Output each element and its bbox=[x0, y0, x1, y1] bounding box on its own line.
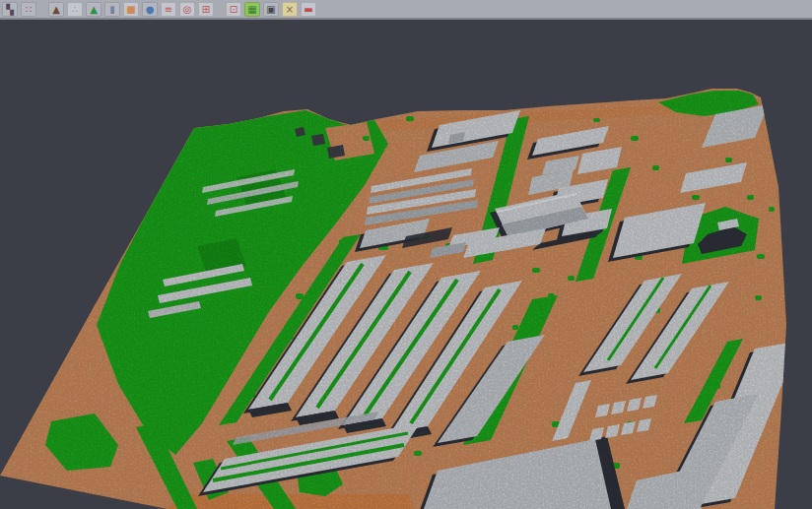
dem-icon[interactable]: ▲ bbox=[86, 2, 102, 17]
point-cloud-icon-glyph: ∷ bbox=[22, 4, 35, 16]
orthomosaic-icon[interactable]: ■ bbox=[123, 2, 139, 17]
profile-view-icon-glyph: ▮ bbox=[105, 4, 119, 16]
measure-icon-glyph: ▬ bbox=[302, 4, 315, 16]
terrain-model-icon-glyph: ▲ bbox=[49, 4, 63, 16]
bounding-region-icon-glyph: ⊞ bbox=[199, 4, 213, 16]
sparse-cloud-icon-glyph: ∴ bbox=[68, 4, 82, 16]
delete-selection-icon[interactable]: × bbox=[282, 2, 298, 17]
dem-icon-glyph: ▲ bbox=[87, 4, 101, 16]
selection-box-icon-glyph: ⊡ bbox=[227, 4, 240, 16]
point-cloud-icon[interactable]: ∷ bbox=[21, 2, 36, 17]
globe-icon[interactable]: ● bbox=[142, 2, 158, 17]
layers-icon-glyph: ≡ bbox=[162, 4, 175, 16]
region-target-icon-glyph: ◎ bbox=[180, 4, 194, 16]
main-toolbar: ▚∷▲∴▲▮■●≡◎⊞⊡▦▣×▬ bbox=[0, 0, 812, 20]
viewport-3d[interactable] bbox=[0, 20, 812, 509]
orthomosaic-icon-glyph: ■ bbox=[124, 4, 138, 16]
classification-palette-icon-glyph: ▚ bbox=[3, 4, 17, 16]
profile-view-icon[interactable]: ▮ bbox=[104, 2, 120, 17]
point-cloud-scene bbox=[0, 20, 812, 509]
classification-palette-icon[interactable]: ▚ bbox=[2, 2, 18, 17]
classified-colors-icon[interactable]: ▦ bbox=[244, 2, 260, 17]
application-window: ▚∷▲∴▲▮■●≡◎⊞⊡▦▣×▬ bbox=[0, 0, 812, 509]
delete-selection-icon-glyph: × bbox=[283, 4, 297, 16]
terrain-model-icon[interactable]: ▲ bbox=[48, 2, 64, 17]
camera-views-icon[interactable]: ▣ bbox=[263, 2, 279, 17]
selection-box-icon[interactable]: ⊡ bbox=[226, 2, 241, 17]
globe-icon-glyph: ● bbox=[143, 4, 157, 16]
measure-icon[interactable]: ▬ bbox=[301, 2, 316, 17]
layers-icon[interactable]: ≡ bbox=[161, 2, 176, 17]
classified-colors-icon-glyph: ▦ bbox=[245, 4, 259, 16]
region-target-icon[interactable]: ◎ bbox=[179, 2, 195, 17]
camera-views-icon-glyph: ▣ bbox=[264, 4, 278, 16]
sparse-cloud-icon[interactable]: ∴ bbox=[67, 2, 83, 17]
bounding-region-icon[interactable]: ⊞ bbox=[198, 2, 214, 17]
